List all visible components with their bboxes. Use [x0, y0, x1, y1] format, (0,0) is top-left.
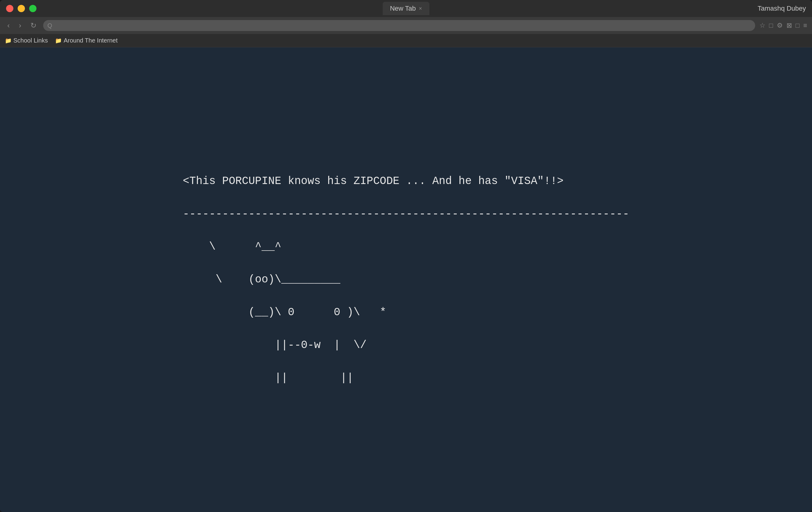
menu-icon[interactable]: ≡	[803, 22, 807, 29]
maximize-button[interactable]	[29, 5, 36, 12]
title-bar: New Tab × Tamashq Dubey	[0, 0, 812, 17]
ascii-art-line4: ||--0-w | \/	[183, 337, 629, 354]
cast-icon[interactable]: □	[769, 22, 773, 29]
settings-icon[interactable]: ⚙	[777, 22, 783, 29]
user-name: Tamashq Dubey	[758, 5, 806, 12]
active-tab[interactable]: New Tab ×	[383, 2, 429, 15]
address-text: Q	[48, 22, 52, 29]
toolbar: ‹ › ↻ Q ☆ □ ⚙ ⊠ □ ≡	[0, 17, 812, 34]
ascii-art-line5: || ||	[183, 370, 629, 386]
tab-bar: New Tab ×	[383, 2, 429, 15]
tab-label: New Tab	[390, 5, 416, 12]
tab-close-button[interactable]: ×	[419, 5, 422, 12]
ascii-separator: ----------------------------------------…	[183, 206, 629, 222]
ascii-line-1: <This PORCUPINE knows his ZIPCODE ... An…	[183, 173, 629, 189]
ascii-art-line2: \ (oo)\_________	[183, 271, 629, 288]
window-controls-right: Tamashq Dubey	[758, 5, 806, 12]
ascii-art-line3: (__)\ 0 0 )\ *	[183, 304, 629, 321]
bookmark-school-links[interactable]: 📁 School Links	[5, 37, 48, 44]
extension-icon[interactable]: ⊠	[786, 22, 792, 29]
star-icon[interactable]: ☆	[759, 22, 765, 29]
bookmark-around-internet-label: Around The Internet	[63, 37, 118, 44]
toolbar-icons: ☆ □ ⚙ ⊠ □ ≡	[759, 22, 807, 29]
bookmarks-bar: 📁 School Links 📁 Around The Internet	[0, 34, 812, 48]
bookmark-around-internet[interactable]: 📁 Around The Internet	[55, 37, 118, 44]
bookmark-school-links-label: School Links	[13, 37, 48, 44]
bookmark-folder-icon: 📁	[5, 37, 11, 44]
bookmark-folder-icon-2: 📁	[55, 37, 62, 44]
back-button[interactable]: ‹	[5, 20, 12, 31]
browser-window: New Tab × Tamashq Dubey ‹ › ↻ Q ☆ □ ⚙ ⊠ …	[0, 0, 812, 512]
ascii-art-line1: \ ^__^	[183, 239, 629, 255]
address-bar[interactable]: Q	[43, 20, 755, 31]
minimize-button[interactable]	[18, 5, 25, 12]
ascii-art-container: <This PORCUPINE knows his ZIPCODE ... An…	[183, 173, 629, 386]
traffic-lights	[6, 5, 36, 12]
close-button[interactable]	[6, 5, 13, 12]
ascii-art: <This PORCUPINE knows his ZIPCODE ... An…	[183, 173, 629, 386]
forward-button[interactable]: ›	[17, 20, 24, 31]
profile-icon[interactable]: □	[795, 22, 800, 29]
content-area: <This PORCUPINE knows his ZIPCODE ... An…	[0, 48, 812, 512]
reload-button[interactable]: ↻	[28, 20, 39, 31]
